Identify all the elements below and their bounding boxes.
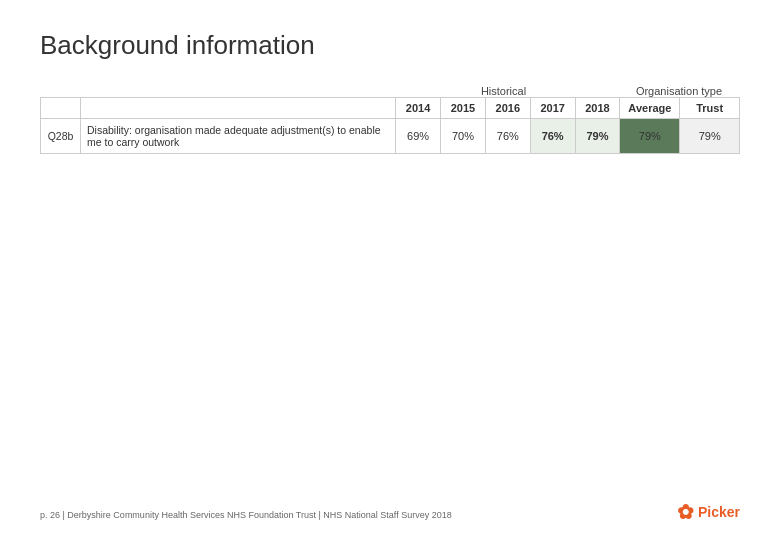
col-header-2016: 2016 [485, 98, 530, 119]
section-labels-row: Historical Organisation type [40, 85, 740, 97]
row-description: Disability: organisation made adequate a… [80, 119, 395, 154]
row-code: Q28b [41, 119, 81, 154]
footer-text: p. 26 | Derbyshire Community Health Serv… [40, 510, 452, 520]
page-title: Background information [40, 30, 740, 61]
col-header-desc [80, 98, 395, 119]
org-type-label: Organisation type [618, 85, 740, 97]
col-header-trust: Trust [680, 98, 740, 119]
historical-label: Historical [391, 85, 616, 97]
row-2014: 69% [396, 119, 441, 154]
picker-logo: ✿ Picker [677, 500, 740, 524]
table-header-row: 2014 2015 2016 2017 2018 Average Trust [41, 98, 740, 119]
row-2015: 70% [441, 119, 486, 154]
col-header-code [41, 98, 81, 119]
row-2018: 79% [575, 119, 620, 154]
picker-logo-icon: ✿ [677, 500, 694, 524]
col-header-2017: 2017 [530, 98, 575, 119]
row-2016: 76% [485, 119, 530, 154]
data-table: 2014 2015 2016 2017 2018 Average Trust Q… [40, 97, 740, 154]
row-avg: 79% [620, 119, 680, 154]
table-row: Q28b Disability: organisation made adequ… [41, 119, 740, 154]
picker-logo-text: Picker [698, 504, 740, 520]
col-header-avg: Average [620, 98, 680, 119]
col-header-2015: 2015 [441, 98, 486, 119]
col-header-2018: 2018 [575, 98, 620, 119]
row-trust: 79% [680, 119, 740, 154]
col-header-2014: 2014 [396, 98, 441, 119]
page-container: Background information Historical Organi… [0, 0, 780, 540]
row-2017: 76% [530, 119, 575, 154]
